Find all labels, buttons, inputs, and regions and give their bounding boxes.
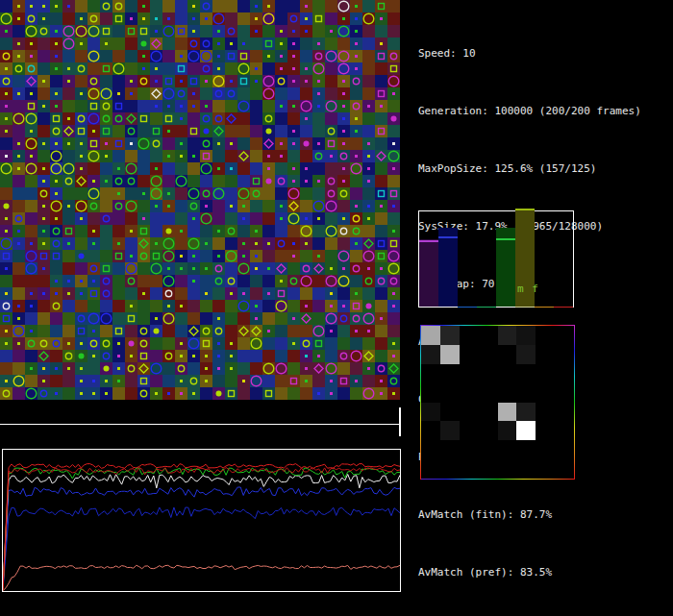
heatmap-cell — [536, 459, 555, 479]
timeline-marker[interactable] — [399, 407, 401, 436]
heatmap-cells — [421, 326, 574, 479]
heatmap-cell — [536, 364, 555, 383]
heatmap-cell — [479, 421, 498, 440]
heatmap-cell — [555, 459, 574, 479]
red-upper-line — [3, 464, 400, 591]
heatmap-cell — [516, 345, 536, 364]
bar-chart-mf-label: m f — [517, 283, 539, 295]
heatmap-cell — [421, 440, 440, 459]
histogram-bar-cap — [496, 238, 515, 240]
stat-avmatch-fitn: AvMatch (fitn): 87.7% — [418, 505, 641, 525]
heatmap-cell — [498, 421, 517, 440]
pairing-matrix-heatmap — [420, 325, 575, 480]
heatmap-cell — [555, 383, 574, 403]
histogram-bar-cap — [419, 240, 438, 242]
green-line — [3, 468, 400, 591]
heatmap-cell — [440, 364, 460, 383]
heatmap-cell — [555, 440, 574, 459]
histogram-baseline-segment — [515, 307, 535, 308]
history-line-chart — [2, 449, 401, 592]
heatmap-cell — [460, 440, 479, 459]
heatmap-cell — [421, 383, 440, 403]
histogram-bar — [438, 228, 458, 307]
heatmap-cell — [479, 383, 498, 403]
world-grid[interactable] — [0, 0, 400, 400]
heatmap-cell — [479, 364, 498, 383]
stat-generation: Generation: 100000 (200/200 frames) — [418, 102, 641, 121]
heatmap-cell — [421, 364, 440, 383]
heatmap-cell — [498, 459, 517, 479]
heatmap-cell — [555, 421, 574, 440]
population-bar-chart: m f — [418, 210, 574, 308]
heatmap-cell — [421, 459, 440, 479]
heatmap-cell — [421, 421, 440, 440]
heatmap-cell — [536, 440, 555, 459]
heatmap-cell — [516, 440, 536, 459]
heatmap-cell — [421, 326, 440, 345]
white-line — [3, 475, 400, 588]
histogram-baseline-segment — [477, 307, 496, 308]
histogram-bar — [419, 239, 438, 307]
heatmap-cell — [421, 403, 440, 422]
heatmap-cell — [555, 326, 574, 345]
heatmap-cell — [498, 383, 517, 403]
blue-upper-line — [3, 487, 400, 589]
heatmap-cell — [421, 345, 440, 364]
heatmap-cell — [516, 383, 536, 403]
heatmap-cell — [516, 326, 536, 345]
stat-avmatch-pref: AvMatch (pref): 83.5% — [418, 563, 641, 582]
timeline-axis — [0, 424, 401, 425]
population-bar-chart-plot — [419, 211, 573, 307]
stat-speed: Speed: 10 — [418, 44, 641, 63]
heatmap-cell — [479, 440, 498, 459]
heatmap-cell — [536, 345, 555, 364]
blue-lower-line — [3, 507, 400, 591]
heatmap-cell — [555, 364, 574, 383]
heatmap-cell — [555, 345, 574, 364]
heatmap-border-bottom — [420, 479, 575, 480]
histogram-baseline-segment — [554, 307, 573, 308]
heatmap-cell — [440, 326, 460, 345]
heatmap-cell — [516, 421, 536, 440]
heatmap-cell — [440, 403, 460, 422]
heatmap-cell — [498, 326, 517, 345]
heatmap-cell — [498, 440, 517, 459]
heatmap-cell — [440, 345, 460, 364]
histogram-bar-cap — [438, 236, 458, 238]
heatmap-cell — [440, 421, 460, 440]
heatmap-cell — [460, 421, 479, 440]
heatmap-cell — [516, 403, 536, 422]
heatmap-cell — [498, 403, 517, 422]
heatmap-cell — [479, 459, 498, 479]
heatmap-cell — [440, 459, 460, 479]
heatmap-cell — [498, 345, 517, 364]
heatmap-cell — [460, 364, 479, 383]
heatmap-cell — [536, 326, 555, 345]
histogram-bar-cap — [515, 209, 535, 210]
heatmap-cell — [460, 345, 479, 364]
histogram-baseline-segment — [535, 307, 554, 308]
history-line-chart-plot — [3, 450, 400, 591]
heatmap-border-right — [574, 325, 575, 480]
heatmap-cell — [516, 364, 536, 383]
heatmap-cell — [460, 326, 479, 345]
simulation-app: Speed: 10 Generation: 100000 (200/200 fr… — [0, 0, 673, 616]
heatmap-cell — [479, 345, 498, 364]
heatmap-cell — [460, 383, 479, 403]
heatmap-cell — [536, 383, 555, 403]
heatmap-cell — [555, 403, 574, 422]
stat-maxpopsize: MaxPopSize: 125.6% (157/125) — [418, 160, 641, 179]
heatmap-cell — [536, 403, 555, 422]
heatmap-cell — [440, 383, 460, 403]
heatmap-cell — [536, 421, 555, 440]
red-lower-line — [3, 468, 400, 591]
heatmap-cell — [479, 326, 498, 345]
histogram-baseline-segment — [458, 307, 477, 308]
heatmap-cell — [479, 403, 498, 422]
heatmap-cell — [516, 459, 536, 479]
heatmap-cell — [440, 440, 460, 459]
heatmap-cell — [498, 364, 517, 383]
heatmap-cell — [460, 403, 479, 422]
stats-panel: Speed: 10 Generation: 100000 (200/200 fr… — [418, 6, 641, 616]
salmon-line — [3, 565, 400, 590]
